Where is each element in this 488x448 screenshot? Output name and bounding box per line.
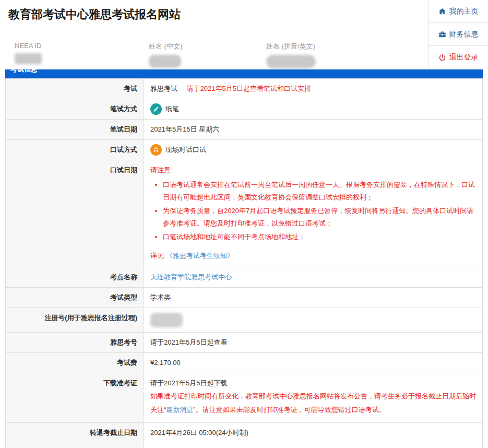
table-row-speaking-mode: 口试方式 现场对话口试 xyxy=(6,140,483,160)
name-cn-field: 姓名 (中文) xyxy=(149,42,182,68)
speaking-notice-title: 请注意: xyxy=(150,166,476,174)
nav-logout[interactable]: 退出登录 xyxy=(429,46,488,69)
speaking-notice-bullet: 口语考试通常会安排在笔试前一周至笔试后一周的任意一天。根据考务安排的需要，在特殊… xyxy=(163,179,476,204)
top-right-nav: 我的主页 财务信息 退出登录 xyxy=(428,0,488,69)
row-label-score-release: 成绩发布时间 xyxy=(6,443,144,448)
table-row-registration-no: 注册号(用于雅思报名注册过程) xyxy=(6,308,483,333)
nav-logout-label: 退出登录 xyxy=(449,53,479,62)
table-row-candidate-no: 雅思考号 请于2021年5月5日起查看 xyxy=(6,333,483,353)
row-label-centre-name: 考点名称 xyxy=(6,267,144,288)
speaking-notice-list: 口语考试通常会安排在笔试前一周至笔试后一周的任意一天。根据考务安排的需要，在特殊… xyxy=(150,179,476,243)
row-label-transfer-deadline: 转退考截止日期 xyxy=(6,423,144,443)
row-label-registration-no: 注册号(用于雅思报名注册过程) xyxy=(6,308,144,333)
table-row-written-mode: 笔试方式 纸笔 xyxy=(6,99,483,120)
name-en-field: 姓名 (拼音/英文) xyxy=(266,42,316,68)
nav-financial-info[interactable]: 财务信息 xyxy=(429,23,488,46)
name-en-label: 姓名 (拼音/英文) xyxy=(266,42,316,51)
row-label-exam-fee: 考试费 xyxy=(6,353,144,373)
candidate-no-value: 请于2021年5月5日起查看 xyxy=(150,338,227,346)
speaking-notice-bullet: 为保证考务质量，自2020年7月起口语考试预定服务已暂停，恢复时间将另行通知。您… xyxy=(163,205,476,230)
exam-fee-value: ¥2,170.00 xyxy=(150,359,181,367)
neea-id-redacted-value xyxy=(15,53,42,64)
row-label-speaking-date: 口试日期 xyxy=(6,160,144,267)
section-title-clipped: 考试信息 xyxy=(10,69,38,74)
row-label-candidate-no: 雅思考号 xyxy=(6,333,144,353)
transfer-deadline-value: 2021年4月26日 05:00(24小时制) xyxy=(150,429,248,437)
briefcase-icon xyxy=(438,30,446,38)
written-mode-value: 纸笔 xyxy=(165,105,179,113)
neea-id-label: NEEA ID xyxy=(15,42,42,50)
pencil-icon xyxy=(150,103,162,115)
section-header-bar: 考试信息 xyxy=(5,69,483,78)
table-row-admission-ticket: 下载准考证 请于2021年5月5日起下载 如果准考证打印时间有所变化，教育部考试… xyxy=(6,373,483,423)
nav-my-homepage[interactable]: 我的主页 xyxy=(429,0,488,23)
test-centre-link[interactable]: 大连教育学院雅思考试中心 xyxy=(150,273,232,281)
ticket-download-value: 请于2021年5月5日起下载 xyxy=(150,379,476,387)
row-label-speaking-mode: 口试方式 xyxy=(6,140,144,160)
see-also-prefix: 详见 xyxy=(150,252,164,260)
power-icon xyxy=(438,54,446,62)
table-row-transfer-deadline: 转退考截止日期 2021年4月26日 05:00(24小时制) xyxy=(6,423,483,443)
row-label-exam: 考试 xyxy=(6,79,144,99)
name-cn-redacted-value xyxy=(149,55,181,68)
table-row-speaking-date: 口试日期 请注意: 口语考试通常会安排在笔试前一周至笔试后一周的任意一天。根据考… xyxy=(6,160,483,267)
table-row-centre-name: 考点名称 大连教育学院雅思考试中心 xyxy=(6,267,483,288)
row-label-written-mode: 笔试方式 xyxy=(6,99,144,120)
exam-schedule-notice: 请于2021年5月5日起查看笔试和口试安排 xyxy=(187,85,311,92)
row-label-admission-ticket: 下载准考证 xyxy=(6,373,144,423)
neea-id-field: NEEA ID xyxy=(15,42,42,64)
name-cn-label: 姓名 (中文) xyxy=(149,42,182,51)
speaking-mode-value: 现场对话口试 xyxy=(165,146,206,154)
row-label-exam-type: 考试类型 xyxy=(6,288,144,308)
exam-name: 雅思考试 xyxy=(150,85,177,92)
written-date-value: 2021年5月15日 星期六 xyxy=(150,125,219,133)
nav-financial-info-label: 财务信息 xyxy=(449,30,479,39)
row-label-written-date: 笔试日期 xyxy=(6,120,144,140)
table-row-exam-type: 考试类型 学术类 xyxy=(6,288,483,308)
exam-info-table: 考试 雅思考试 请于2021年5月5日起查看笔试和口试安排 笔试方式 纸笔 xyxy=(5,78,483,448)
latest-news-link[interactable]: 最新消息 xyxy=(166,406,193,414)
registration-no-redacted-value xyxy=(150,313,183,327)
name-en-redacted-value xyxy=(266,55,316,68)
exam-type-value: 学术类 xyxy=(150,293,171,301)
speaking-notice-bullet: 口笔试场地和地址可能不同于考点场地和地址； xyxy=(163,231,476,243)
exam-info-panel: 考试信息 考试 雅思考试 请于2021年5月5日起查看笔试和口试安排 笔试方式 xyxy=(5,69,483,448)
nav-my-homepage-label: 我的主页 xyxy=(449,7,479,16)
home-icon xyxy=(438,7,446,15)
page-title: 教育部考试中心雅思考试报名网站 xyxy=(8,7,181,22)
table-row-exam-fee: 考试费 ¥2,170.00 xyxy=(6,353,483,373)
header: 教育部考试中心雅思考试报名网站 NEEA ID 姓名 (中文) 姓名 (拼音/英… xyxy=(0,0,488,69)
table-row-score-release: 成绩发布时间 2021-05-28 xyxy=(6,443,483,448)
table-row-exam: 考试 雅思考试 请于2021年5月5日起查看笔试和口试安排 xyxy=(6,79,483,99)
ticket-notice-after: ”。请注意如果未能及时打印准考证，可能导致您错过口语考试。 xyxy=(193,406,385,414)
conversation-icon xyxy=(150,144,162,156)
ielts-registration-page: 教育部考试中心雅思考试报名网站 NEEA ID 姓名 (中文) 姓名 (拼音/英… xyxy=(0,0,488,448)
table-row-written-date: 笔试日期 2021年5月15日 星期六 xyxy=(6,120,483,140)
candidate-notice-link[interactable]: 《雅思考试考生须知》 xyxy=(166,252,234,260)
